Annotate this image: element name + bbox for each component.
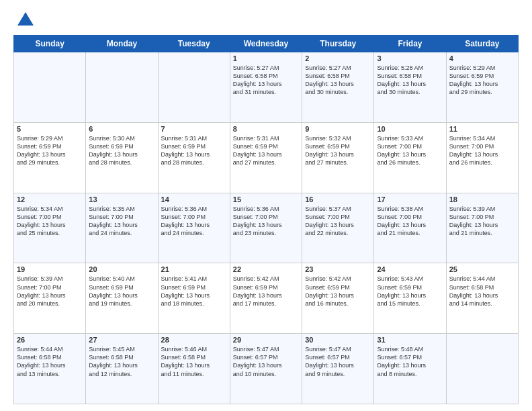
day-info: Sunrise: 5:48 AM Sunset: 6:57 PM Dayligh…	[377, 345, 443, 378]
week-row-1: 1Sunrise: 5:27 AM Sunset: 6:58 PM Daylig…	[14, 52, 519, 123]
day-info: Sunrise: 5:45 AM Sunset: 6:58 PM Dayligh…	[89, 345, 154, 378]
day-info: Sunrise: 5:28 AM Sunset: 6:58 PM Dayligh…	[377, 64, 443, 97]
day-info: Sunrise: 5:38 AM Sunset: 7:00 PM Dayligh…	[377, 205, 443, 238]
calendar-cell: 20Sunrise: 5:40 AM Sunset: 6:59 PM Dayli…	[86, 263, 158, 334]
weekday-header-row: SundayMondayTuesdayWednesdayThursdayFrid…	[14, 36, 519, 52]
day-number: 11	[449, 125, 515, 133]
week-row-2: 5Sunrise: 5:29 AM Sunset: 6:59 PM Daylig…	[14, 122, 519, 193]
day-number: 4	[449, 54, 515, 62]
weekday-header-tuesday: Tuesday	[158, 36, 230, 52]
header	[13, 11, 519, 30]
day-number: 24	[377, 265, 443, 273]
day-info: Sunrise: 5:35 AM Sunset: 7:00 PM Dayligh…	[89, 205, 154, 238]
day-info: Sunrise: 5:31 AM Sunset: 6:59 PM Dayligh…	[161, 134, 227, 167]
day-number: 19	[17, 265, 83, 273]
calendar: SundayMondayTuesdayWednesdayThursdayFrid…	[13, 35, 519, 404]
calendar-cell: 26Sunrise: 5:44 AM Sunset: 6:58 PM Dayli…	[14, 334, 86, 404]
day-info: Sunrise: 5:43 AM Sunset: 6:59 PM Dayligh…	[377, 275, 443, 308]
calendar-cell: 3Sunrise: 5:28 AM Sunset: 6:58 PM Daylig…	[374, 52, 446, 123]
day-number: 18	[449, 195, 515, 203]
week-row-4: 19Sunrise: 5:39 AM Sunset: 7:00 PM Dayli…	[14, 263, 519, 334]
day-info: Sunrise: 5:44 AM Sunset: 6:58 PM Dayligh…	[449, 275, 515, 308]
calendar-cell: 27Sunrise: 5:45 AM Sunset: 6:58 PM Dayli…	[86, 334, 158, 404]
day-number: 29	[233, 336, 299, 344]
day-info: Sunrise: 5:36 AM Sunset: 7:00 PM Dayligh…	[161, 205, 227, 238]
day-number: 31	[377, 336, 443, 344]
day-info: Sunrise: 5:29 AM Sunset: 6:59 PM Dayligh…	[449, 64, 515, 97]
day-number: 17	[377, 195, 443, 203]
calendar-cell: 4Sunrise: 5:29 AM Sunset: 6:59 PM Daylig…	[446, 52, 518, 123]
weekday-header-saturday: Saturday	[446, 36, 518, 52]
day-info: Sunrise: 5:39 AM Sunset: 7:00 PM Dayligh…	[17, 275, 83, 308]
day-info: Sunrise: 5:42 AM Sunset: 6:59 PM Dayligh…	[233, 275, 299, 308]
day-info: Sunrise: 5:33 AM Sunset: 7:00 PM Dayligh…	[377, 134, 443, 167]
logo	[13, 11, 35, 30]
calendar-cell: 16Sunrise: 5:37 AM Sunset: 7:00 PM Dayli…	[302, 193, 374, 263]
day-info: Sunrise: 5:39 AM Sunset: 7:00 PM Dayligh…	[449, 205, 515, 238]
weekday-header-sunday: Sunday	[14, 36, 86, 52]
calendar-cell: 14Sunrise: 5:36 AM Sunset: 7:00 PM Dayli…	[158, 193, 230, 263]
calendar-cell: 23Sunrise: 5:42 AM Sunset: 6:59 PM Dayli…	[302, 263, 374, 334]
day-info: Sunrise: 5:47 AM Sunset: 6:57 PM Dayligh…	[233, 345, 299, 378]
calendar-cell: 11Sunrise: 5:34 AM Sunset: 7:00 PM Dayli…	[446, 122, 518, 193]
day-number: 15	[233, 195, 299, 203]
calendar-cell: 25Sunrise: 5:44 AM Sunset: 6:58 PM Dayli…	[446, 263, 518, 334]
calendar-cell: 31Sunrise: 5:48 AM Sunset: 6:57 PM Dayli…	[374, 334, 446, 404]
day-info: Sunrise: 5:44 AM Sunset: 6:58 PM Dayligh…	[17, 345, 83, 378]
calendar-cell: 1Sunrise: 5:27 AM Sunset: 6:58 PM Daylig…	[230, 52, 302, 123]
calendar-cell	[446, 334, 518, 404]
day-number: 20	[89, 265, 154, 273]
weekday-header-monday: Monday	[86, 36, 158, 52]
day-info: Sunrise: 5:46 AM Sunset: 6:58 PM Dayligh…	[161, 345, 227, 378]
calendar-cell: 15Sunrise: 5:36 AM Sunset: 7:00 PM Dayli…	[230, 193, 302, 263]
day-number: 21	[161, 265, 227, 273]
day-number: 10	[377, 125, 443, 133]
day-number: 5	[17, 125, 83, 133]
day-number: 7	[161, 125, 227, 133]
day-number: 6	[89, 125, 154, 133]
calendar-cell: 2Sunrise: 5:27 AM Sunset: 6:58 PM Daylig…	[302, 52, 374, 123]
day-number: 8	[233, 125, 299, 133]
calendar-cell: 9Sunrise: 5:32 AM Sunset: 6:59 PM Daylig…	[302, 122, 374, 193]
day-number: 9	[305, 125, 371, 133]
calendar-cell: 18Sunrise: 5:39 AM Sunset: 7:00 PM Dayli…	[446, 193, 518, 263]
day-number: 13	[89, 195, 154, 203]
day-info: Sunrise: 5:30 AM Sunset: 6:59 PM Dayligh…	[89, 134, 154, 167]
day-info: Sunrise: 5:31 AM Sunset: 6:59 PM Dayligh…	[233, 134, 299, 167]
weekday-header-thursday: Thursday	[302, 36, 374, 52]
week-row-5: 26Sunrise: 5:44 AM Sunset: 6:58 PM Dayli…	[14, 334, 519, 404]
day-number: 2	[305, 54, 371, 62]
day-number: 14	[161, 195, 227, 203]
calendar-cell: 29Sunrise: 5:47 AM Sunset: 6:57 PM Dayli…	[230, 334, 302, 404]
day-info: Sunrise: 5:42 AM Sunset: 6:59 PM Dayligh…	[305, 275, 371, 308]
day-info: Sunrise: 5:27 AM Sunset: 6:58 PM Dayligh…	[233, 64, 299, 97]
day-number: 25	[449, 265, 515, 273]
day-info: Sunrise: 5:32 AM Sunset: 6:59 PM Dayligh…	[305, 134, 371, 167]
day-number: 16	[305, 195, 371, 203]
day-number: 3	[377, 54, 443, 62]
calendar-cell: 22Sunrise: 5:42 AM Sunset: 6:59 PM Dayli…	[230, 263, 302, 334]
day-info: Sunrise: 5:29 AM Sunset: 6:59 PM Dayligh…	[17, 134, 83, 167]
calendar-cell	[86, 52, 158, 123]
calendar-cell: 5Sunrise: 5:29 AM Sunset: 6:59 PM Daylig…	[14, 122, 86, 193]
day-info: Sunrise: 5:40 AM Sunset: 6:59 PM Dayligh…	[89, 275, 154, 308]
week-row-3: 12Sunrise: 5:34 AM Sunset: 7:00 PM Dayli…	[14, 193, 519, 263]
day-number: 12	[17, 195, 83, 203]
day-info: Sunrise: 5:36 AM Sunset: 7:00 PM Dayligh…	[233, 205, 299, 238]
logo-icon	[16, 11, 35, 30]
day-number: 30	[305, 336, 371, 344]
day-number: 28	[161, 336, 227, 344]
calendar-cell: 6Sunrise: 5:30 AM Sunset: 6:59 PM Daylig…	[86, 122, 158, 193]
day-number: 27	[89, 336, 154, 344]
calendar-cell: 30Sunrise: 5:47 AM Sunset: 6:57 PM Dayli…	[302, 334, 374, 404]
calendar-cell: 8Sunrise: 5:31 AM Sunset: 6:59 PM Daylig…	[230, 122, 302, 193]
calendar-cell: 19Sunrise: 5:39 AM Sunset: 7:00 PM Dayli…	[14, 263, 86, 334]
day-info: Sunrise: 5:27 AM Sunset: 6:58 PM Dayligh…	[305, 64, 371, 97]
day-number: 26	[17, 336, 83, 344]
calendar-cell: 24Sunrise: 5:43 AM Sunset: 6:59 PM Dayli…	[374, 263, 446, 334]
day-number: 23	[305, 265, 371, 273]
page: SundayMondayTuesdayWednesdayThursdayFrid…	[0, 0, 532, 411]
calendar-cell: 7Sunrise: 5:31 AM Sunset: 6:59 PM Daylig…	[158, 122, 230, 193]
calendar-cell: 12Sunrise: 5:34 AM Sunset: 7:00 PM Dayli…	[14, 193, 86, 263]
calendar-cell: 17Sunrise: 5:38 AM Sunset: 7:00 PM Dayli…	[374, 193, 446, 263]
